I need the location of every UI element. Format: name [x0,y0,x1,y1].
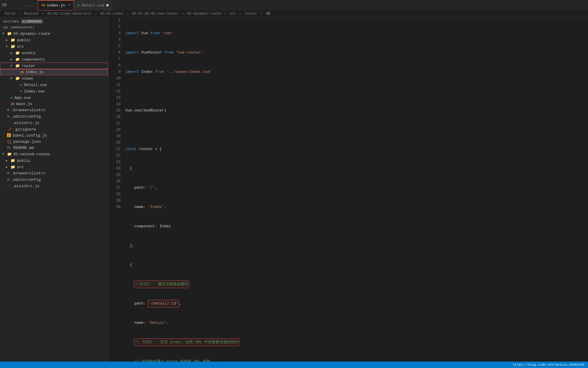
folder-icon: 📁 [11,158,15,163]
sidebar-item-detailvue[interactable]: ✔ Detail.vue [0,82,108,88]
code-line-9: path: '/', [125,185,581,191]
sidebar-item-editorconfig2[interactable]: ⚙ .editorconfig [0,176,108,183]
code-line-18: // 在组件中通过 props 来接收 URL 参数 [125,358,581,362]
browsers-icon: ≡ [7,108,9,112]
code-container: 12345 678910 1112131415 1617181920 21222… [108,17,588,362]
folder-icon: 📁 [11,44,15,49]
sidebar-item-eslintrc[interactable]: ⬡ .eslintrc.js [0,120,108,126]
chevron-down-icon: ▼ [11,64,15,68]
tree-label: views [22,76,33,81]
folder-icon: 📁 [7,152,12,157]
sidebar-item-babelconfig[interactable]: 🅱 babel.config.js [0,133,108,139]
sidebar-item-eslintrc2[interactable]: ⬡ .eslintrc.js [0,183,108,189]
sidebar-item-02-dynamic-route[interactable]: ▼ 📁 02-dynamic-route [0,30,108,37]
chevron-down-icon: ▼ [2,32,7,35]
chevron-down-icon: ▼ [2,153,7,156]
tree-label: babel.config.js [13,133,47,138]
chevron-right-icon: ▶ [11,58,15,61]
breadcrumb-part-7[interactable]: router [244,12,257,16]
sidebar-item-indexvue[interactable]: ✔ Index.vue [0,88,108,94]
sidebar-item-mainjs[interactable]: JS main.js [0,101,108,107]
eslint-icon: ⬡ [7,184,10,188]
sidebar-item-public[interactable]: ▶ 📁 public [0,37,108,43]
folder-icon: 📁 [15,76,20,81]
chevron-right-icon: ▶ [6,38,11,42]
tree-label: .gitignore [13,127,36,132]
code-line-4 [125,88,581,94]
tab-detail-vue[interactable]: ✔ Detail.vue [74,0,112,11]
breadcrumb-part-0[interactable]: Part3 [5,12,15,16]
sidebar-item-nested-public[interactable]: ▶ 📁 public [0,157,108,164]
folder-icon: 📁 [15,51,20,55]
sidebar-item-indexjs[interactable]: JS index.js [0,69,108,75]
code-line-2: import VueRouter from 'vue-router' [125,49,581,56]
main-layout: EDITORS 1 UNSAVED ED (WORKSPACE) ▼ 📁 02-… [0,17,588,362]
tab-index-js[interactable]: JS index.js × [38,0,74,11]
editor-area[interactable]: 12345 678910 1112131415 1617181920 21222… [108,17,588,362]
sidebar-item-appvue[interactable]: ✔ App.vue [0,94,108,101]
tree-label: src [17,165,24,169]
code-line-11: component: Index [125,223,581,230]
code-line-15: path: '/detail/:id', [125,300,581,307]
sidebar-item-editorconfig[interactable]: ⚙ .editorconfig [0,113,108,120]
breadcrumb-part-1[interactable]: Module1 [24,12,39,16]
js-file-icon: JS [20,70,24,74]
folder-icon: 📁 [7,31,12,36]
sidebar-item-readme[interactable]: M↓ README.md [0,145,108,151]
sidebar-item-src[interactable]: ▼ 📁 src [0,43,108,50]
sidebar-item-03-nested-routes[interactable]: ▼ 📁 03-nested-routes [0,151,108,157]
vue-file-icon: ✔ [11,95,13,100]
breadcrumb-part-6[interactable]: src [229,12,236,16]
sidebar-item-browserslistrc2[interactable]: ≡ .browserslistrc [0,170,108,176]
tree-label: package.json [13,140,41,144]
tab-ellipsis[interactable]: ... [23,3,38,8]
folder-icon: 📁 [11,165,15,169]
chevron-down-icon: ▼ [11,77,15,80]
code-line-8: { [125,165,581,172]
status-url: https://blog.csdn.net/weixin_39963436 [513,363,584,367]
tab-label-indexjs: index.js [47,3,65,8]
sidebar-item-gitignore[interactable]: ⎇ .gitignore [0,126,108,133]
breadcrumb-part-2[interactable]: 03-01-study-materials [47,12,92,16]
tree-label: components [22,57,44,62]
sidebar-item-views[interactable]: ▼ 📁 views [0,75,108,82]
babel-icon: 🅱 [7,133,11,138]
breadcrumb-part-5[interactable]: 02-dynamic-route [187,12,221,16]
chevron-down-icon: ▼ [6,45,11,48]
tab-bar: ER ... JS index.js × ✔ Detail.vue [0,0,588,11]
tab-vue-icon: ✔ [78,3,80,8]
breadcrumb: Part3 › Module1 › 03-01-study-materials … [0,11,588,17]
breadcrumb-part-3[interactable]: 03-01-codes [100,12,124,16]
tab-label-detailvue: Detail.vue [82,3,104,8]
folder-icon: 📁 [15,57,20,62]
tree-label: main.js [16,102,32,106]
tree-label: .editorconfig [11,178,41,182]
sidebar-item-assets[interactable]: ▶ 📁 assets [0,50,108,56]
tree-label: 02-dynamic-route [13,32,50,36]
chevron-right-icon: ▶ [6,165,11,169]
js-file-icon: JS [11,102,14,106]
sidebar-item-packagejson[interactable]: {} package.json [0,139,108,145]
md-icon: M↓ [7,146,12,150]
code-lines: import Vue from 'vue' import VueRouter f… [123,17,588,362]
eslint-icon: ⬡ [7,121,10,125]
sidebar-item-router[interactable]: ▼ 📁 router [0,63,108,69]
folder-icon: 📁 [15,63,20,68]
tree-label: .browserslistrc [11,171,45,176]
breadcrumb-part-8[interactable]: JS [266,12,270,16]
sidebar-item-nested-src[interactable]: ▶ 📁 src [0,164,108,170]
code-line-13: { [125,262,581,268]
code-line-14: //方式1： 通过当前路由规则 [125,281,581,288]
tree-label: Detail.vue [24,83,47,87]
code-line-12: }, [125,243,581,249]
tab-close-button[interactable]: × [68,3,70,8]
tree-label: .eslintrc.js [12,184,40,188]
sidebar-item-components[interactable]: ▶ 📁 components [0,56,108,63]
breadcrumb-part-4[interactable]: 03-01-02-05-vue-router [132,12,178,16]
tree-label: 03-nested-routes [13,152,50,157]
tree-label: assets [22,51,35,55]
left-label: ER [2,3,6,7]
unsaved-badge: 1 UNSAVED [21,20,43,23]
sidebar-item-browserslistrc[interactable]: ≡ .browserslistrc [0,107,108,113]
line-numbers: 12345 678910 1112131415 1617181920 21222… [108,17,123,362]
